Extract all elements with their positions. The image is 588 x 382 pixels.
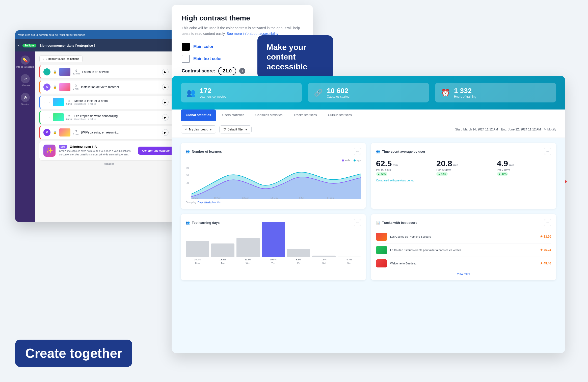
tab-tracks-statistics[interactable]: Tracks statistics	[288, 110, 322, 121]
svg-text:20: 20	[186, 182, 189, 184]
track-item-3: Welcome to Beedeez! ★ 49.46	[376, 257, 551, 270]
tracks-best-card: 📊 Tracks with best score ··· Les Gestes …	[371, 214, 556, 280]
group-days[interactable]: Days	[198, 201, 203, 204]
bar-fri-bar	[287, 249, 310, 257]
authoring-content: ▸ ▸ Replier toutes les notions T 🔒 ⏱ 12 …	[35, 51, 182, 222]
group-weeks[interactable]: Weeks	[204, 201, 211, 204]
play-button-3[interactable]: ▶	[162, 99, 169, 105]
drag-handle-3: ⠿	[43, 100, 46, 104]
collapse-label: ▸ Replier toutes les notions	[46, 57, 79, 61]
bar-wed-bar	[236, 238, 260, 257]
svg-text:22 Apr: 22 Apr	[242, 197, 249, 199]
back-button[interactable]: ‹	[18, 43, 19, 48]
timer-2: ⏱ 2 min	[73, 84, 78, 90]
collapse-arrow-icon: ▸	[43, 57, 44, 61]
learning-chart-more[interactable]: ···	[354, 219, 361, 226]
avatar-V: V	[43, 129, 50, 136]
timer-4: ⏱ 3 min	[66, 115, 72, 120]
tab-capsules-statistics[interactable]: Capsules statistics	[250, 110, 288, 121]
thumb-1	[59, 68, 70, 76]
modify-link[interactable]: ✎ Modify	[544, 128, 556, 131]
lock-icon-2: 🔒	[53, 85, 57, 89]
tab-cursus-statistics[interactable]: Cursus statistics	[323, 110, 357, 121]
collapse-button[interactable]: ▸ ▸ Replier toutes les notions	[39, 56, 83, 62]
stat-7-change: ▲ 41%	[497, 172, 508, 176]
stat-90-value: 62.5	[376, 159, 392, 168]
svg-text:40: 40	[186, 174, 189, 177]
play-button-1[interactable]: ▶	[162, 69, 169, 75]
tab-users-statistics[interactable]: Users statistics	[217, 110, 249, 121]
stat-7-label: Per 7 days	[497, 168, 551, 171]
default-filter[interactable]: ▽ Default filter ∨	[219, 125, 252, 133]
stat-30-change: ▲ 42%	[436, 172, 448, 176]
lock-icon-1: 🔒	[53, 70, 57, 74]
stat-learners: 👥 172 Learners connected	[181, 83, 302, 102]
track-name-1: Les Gestes de Premiers Secours	[390, 235, 537, 238]
stat-capsules: 🔗 10 602 Capsules started	[308, 83, 429, 102]
course-title-3: Mettre la table et la netto 3 questions …	[74, 99, 159, 105]
stat-30-label: Per 30 days	[436, 168, 491, 171]
bar-fri-label: Fri	[297, 262, 300, 264]
course-item-1: T 🔒 ⏱ 12 min La tenue de service ▶ ⋮	[39, 65, 178, 78]
play-button-4[interactable]: ▶	[162, 114, 169, 121]
main-text-color-swatch[interactable]	[182, 55, 190, 63]
generate-capsule-button[interactable]: Générer une capsule	[138, 147, 174, 155]
sidebar-label-diffusion: Diffusion	[21, 84, 30, 87]
analytics-panel: 👥 172 Learners connected 🔗 10 602 Capsul…	[172, 76, 565, 353]
avatar-T: T	[43, 68, 50, 75]
time-chart-header: 👥 Time spent average by user ···	[376, 148, 551, 155]
my-dashboard-filter[interactable]: ✓ My dashboard ∨	[181, 125, 216, 133]
play-button-2[interactable]: ▶	[162, 84, 169, 90]
lock-icon-5: 🔒	[53, 131, 57, 134]
dashboard-chevron-icon: ∨	[210, 128, 212, 131]
online-badge: En ligne	[22, 44, 36, 47]
main-color-swatch[interactable]	[182, 43, 190, 51]
bar-tue-bar	[211, 243, 234, 257]
svg-text:11 Mar: 11 Mar	[191, 197, 198, 199]
course-title-1: La tenue de service	[82, 70, 159, 74]
web-label: web	[345, 159, 350, 162]
learners-label: Learners connected	[200, 95, 226, 98]
course-title-nav: Bien commencer dans l'entreprise !	[39, 44, 95, 47]
bar-fri: 8.3% Fri	[287, 249, 310, 264]
charts-grid: 👥 Number of learners ··· web app 60	[172, 138, 565, 285]
create-together-badge: Create together	[15, 340, 132, 367]
time-stat-90: 62.5 min Per 90 days ▲ 42%	[376, 159, 430, 176]
sidebar-item-session[interactable]: ⊙ Session	[21, 93, 30, 105]
create-together-text: Create together	[25, 346, 122, 361]
group-months[interactable]: Months	[212, 201, 221, 204]
svg-text:13 May: 13 May	[271, 197, 278, 199]
sidebar-item-info[interactable]: 💊 Info de la capsule	[16, 56, 34, 68]
tracks-chart-more[interactable]: ···	[544, 219, 551, 226]
stat-90-unit: min	[393, 163, 398, 167]
avatar-S: S	[43, 84, 50, 91]
bar-tue-pct: 13.6%	[220, 258, 226, 261]
time-chart-card: 👥 Time spent average by user ··· 62.5 mi…	[371, 143, 556, 209]
stat-hours: ⏰ 1 332 Hours of training	[435, 83, 556, 102]
time-chart-more[interactable]: ···	[544, 148, 551, 155]
expand-arrow-3[interactable]: ›	[49, 101, 50, 104]
bar-sat: 1.8% Sat	[312, 256, 335, 264]
authoring-topbar: Vous êtes sur la bersion bêta de l'outil…	[15, 30, 182, 39]
expand-arrow-4[interactable]: ›	[49, 116, 50, 119]
bar-fri-pct: 8.3%	[296, 258, 301, 261]
settings-link[interactable]: Réglages	[39, 160, 178, 167]
course-title-4: Les étapes de votre onboardijng 3 questi…	[74, 114, 159, 120]
bar-wed: 19.6% Wed	[236, 238, 260, 264]
accessibility-link[interactable]: See more info about accessibility	[227, 32, 278, 36]
group-by: Group by: Days Weeks Months	[186, 201, 361, 204]
track-name-2: La Cordée : stories clients pour aider a…	[390, 249, 537, 252]
learners-chart-more[interactable]: ···	[354, 148, 361, 155]
learning-icon: 👥	[186, 221, 190, 225]
tab-global-statistics[interactable]: Global statistics	[181, 110, 216, 121]
view-more-link[interactable]: View more	[376, 272, 551, 275]
course-item-3: ⠿ › ⏱ 5 min Mettre la table et la netto …	[39, 96, 178, 109]
dashboard-filter-label: My dashboard	[189, 128, 208, 131]
time-stats: 62.5 min Per 90 days ▲ 42% 20.8 min Per …	[376, 159, 551, 176]
ai-description: Créez une capsule avec notre outil d'IA.…	[59, 149, 135, 156]
bar-thu-bar	[262, 222, 285, 257]
play-button-5[interactable]: ▶	[162, 129, 169, 136]
sidebar-item-diffusion[interactable]: ↗ Diffusion	[21, 74, 30, 87]
stat-90-label: Per 90 days	[376, 168, 430, 171]
info-icon[interactable]: i	[239, 68, 245, 74]
